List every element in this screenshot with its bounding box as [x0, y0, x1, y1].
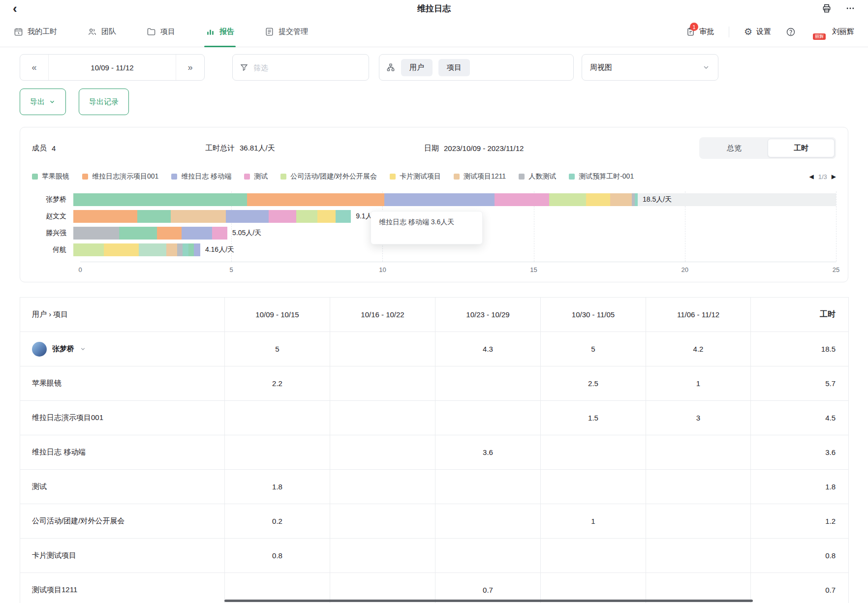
- table-value-cell: 2.5: [541, 366, 646, 401]
- legend-item[interactable]: 测试: [244, 172, 268, 181]
- table-project-name: 卡片测试项目: [32, 551, 76, 559]
- date-range-label[interactable]: 10/09 - 11/12: [49, 63, 176, 72]
- group-by-project-chip[interactable]: 项目: [438, 59, 470, 76]
- tab-team[interactable]: 团队: [88, 17, 116, 47]
- legend-label: 维拉日志 移动端: [181, 172, 231, 181]
- bar-segment[interactable]: [183, 243, 188, 256]
- legend-label: 测试预算工时-001: [579, 172, 634, 181]
- next-week-button[interactable]: »: [176, 55, 204, 80]
- bar-segment[interactable]: [586, 193, 611, 206]
- export-button[interactable]: 导出: [20, 89, 66, 115]
- chevron-down-icon[interactable]: [80, 346, 86, 352]
- bar-segment[interactable]: [73, 227, 119, 240]
- x-axis: 0510152025: [80, 262, 836, 276]
- table-header-cell: 10/30 - 11/05: [541, 298, 646, 332]
- bar-segment[interactable]: [610, 193, 631, 206]
- table-total-cell: 1.8: [751, 470, 849, 504]
- bar-segment[interactable]: [384, 193, 494, 206]
- bar-segment[interactable]: [166, 243, 177, 256]
- legend-item[interactable]: 维拉日志演示项目001: [82, 172, 158, 181]
- bar-segment[interactable]: [269, 210, 296, 223]
- table-header-cell: 10/16 - 10/22: [330, 298, 435, 332]
- bar-segment[interactable]: [137, 210, 171, 223]
- tab-label: 团队: [101, 27, 116, 36]
- bar-segment[interactable]: [119, 227, 157, 240]
- settings-button[interactable]: ⚙ 设置: [744, 27, 771, 36]
- table-value-cell: [646, 504, 751, 539]
- chart-bar[interactable]: [73, 210, 351, 223]
- horizontal-scrollbar[interactable]: [224, 600, 753, 602]
- bar-segment[interactable]: [336, 210, 351, 223]
- table-value-cell: [330, 401, 435, 435]
- summary-header: 成员 4 工时总计 36.81人/天 日期 2023/10/09 - 2023/…: [32, 137, 836, 159]
- chart-bar[interactable]: [73, 193, 638, 206]
- tab-reports[interactable]: 报告: [206, 17, 234, 47]
- avatar: 丽辉: [810, 23, 828, 41]
- bar-segment[interactable]: [177, 243, 183, 256]
- funnel-icon: [240, 63, 248, 72]
- table-value-cell: [646, 435, 751, 470]
- bar-segment[interactable]: [139, 243, 166, 256]
- table-row: 测试项目12110.70.7: [20, 573, 849, 603]
- export-row: 导出 导出记录: [20, 89, 848, 115]
- chart-bar-track: 4.16人/天: [73, 243, 836, 256]
- legend-item[interactable]: 苹果眼镜: [32, 172, 69, 181]
- user-row-toggle[interactable]: 张梦桥: [32, 342, 224, 357]
- bar-segment[interactable]: [317, 210, 336, 223]
- print-icon[interactable]: [822, 3, 832, 13]
- bar-segment[interactable]: [73, 243, 104, 256]
- chart-bar[interactable]: [73, 227, 227, 240]
- group-by-user-chip[interactable]: 用户: [401, 59, 433, 76]
- row-label-cell: 维拉日志演示项目001: [20, 401, 225, 435]
- legend-item[interactable]: 人数测试: [519, 172, 556, 181]
- bar-segment[interactable]: [188, 243, 194, 256]
- tab-submission-management[interactable]: 提交管理: [265, 17, 308, 47]
- previous-week-button[interactable]: «: [20, 55, 49, 80]
- toggle-overview[interactable]: 总览: [701, 139, 768, 157]
- bar-segment[interactable]: [212, 227, 227, 240]
- bar-segment[interactable]: [226, 210, 269, 223]
- bar-segment[interactable]: [104, 243, 139, 256]
- bar-segment[interactable]: [635, 193, 638, 206]
- bar-segment[interactable]: [182, 227, 212, 240]
- table-value-cell: [541, 539, 646, 573]
- legend-item[interactable]: 卡片测试项目: [390, 172, 441, 181]
- table-value-cell: [646, 539, 751, 573]
- bar-segment[interactable]: [549, 193, 586, 206]
- view-mode-select[interactable]: 周视图: [582, 54, 718, 81]
- bar-segment[interactable]: [73, 193, 247, 206]
- legend-prev-icon[interactable]: ◀: [809, 174, 813, 180]
- help-button[interactable]: [786, 27, 796, 37]
- back-icon[interactable]: ‹: [13, 2, 17, 15]
- toggle-hours[interactable]: 工时: [768, 139, 835, 157]
- legend-item[interactable]: 公司活动/团建/对外公开展会: [280, 172, 377, 181]
- bar-segment[interactable]: [194, 243, 200, 256]
- bar-segment[interactable]: [247, 193, 384, 206]
- row-label-cell: 张梦桥: [20, 332, 225, 366]
- chart-bar[interactable]: [73, 243, 200, 256]
- filter-input[interactable]: [253, 63, 362, 72]
- approval-button[interactable]: 1 审批: [686, 27, 714, 36]
- legend-next-icon[interactable]: ▶: [832, 174, 836, 180]
- table-header-cell: 用户 › 项目: [20, 298, 225, 332]
- legend-swatch-icon: [280, 174, 286, 180]
- tab-label: 提交管理: [279, 27, 308, 36]
- bar-segment[interactable]: [171, 210, 226, 223]
- tab-my-hours[interactable]: 我的工时: [14, 17, 57, 47]
- table-row: 公司活动/团建/对外公开展会0.211.2: [20, 504, 849, 539]
- bar-segment[interactable]: [495, 193, 550, 206]
- calendar-clock-icon: [14, 27, 23, 36]
- legend-item[interactable]: 维拉日志 移动端: [171, 172, 231, 181]
- tab-projects[interactable]: 项目: [147, 17, 175, 47]
- bar-segment[interactable]: [157, 227, 182, 240]
- table-row: 张梦桥54.354.218.5: [20, 332, 849, 366]
- table-value-cell: [646, 573, 751, 603]
- bar-segment[interactable]: [73, 210, 137, 223]
- legend-item[interactable]: 测试项目1211: [454, 172, 506, 181]
- legend-item[interactable]: 测试预算工时-001: [569, 172, 634, 181]
- more-icon[interactable]: [845, 3, 855, 13]
- user-profile[interactable]: 丽辉 刘丽辉: [810, 23, 854, 41]
- bar-segment[interactable]: [296, 210, 317, 223]
- export-records-button[interactable]: 导出记录: [79, 89, 129, 115]
- table-value-cell: 1.8: [225, 470, 330, 504]
